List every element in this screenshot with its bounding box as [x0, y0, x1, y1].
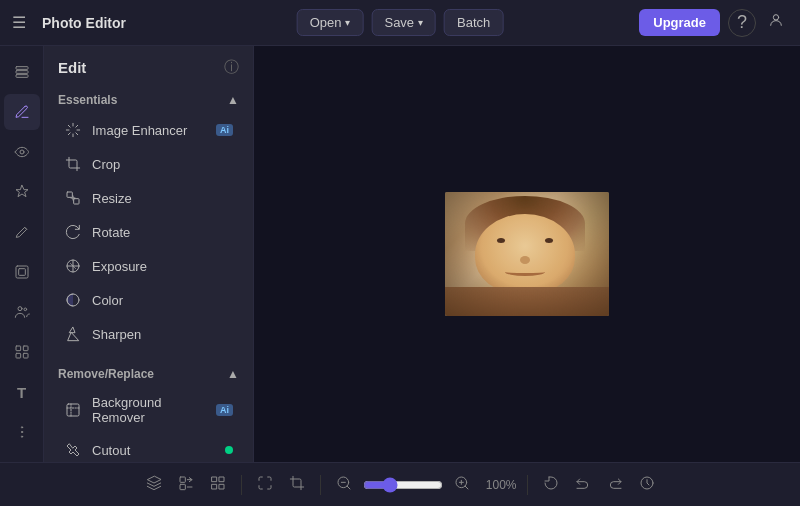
info-icon[interactable]: ⓘ — [224, 58, 239, 77]
svg-point-0 — [773, 15, 778, 20]
user-icon — [768, 12, 784, 32]
fit-button[interactable] — [252, 470, 278, 500]
sidebar-item-frames[interactable] — [4, 254, 40, 290]
svg-rect-5 — [16, 266, 28, 278]
remove-replace-section-header: Remove/Replace ▲ — [44, 359, 253, 387]
svg-rect-17 — [74, 199, 79, 204]
svg-rect-9 — [16, 346, 21, 351]
background-remover-icon — [64, 401, 82, 419]
tool-item-color[interactable]: Color — [50, 284, 247, 316]
ai-badge-background-remover: Ai — [216, 404, 233, 416]
svg-rect-3 — [16, 75, 28, 78]
history-button[interactable] — [634, 470, 660, 500]
tool-label-exposure: Exposure — [92, 259, 233, 274]
bottom-bar: 100% — [0, 462, 800, 506]
svg-rect-1 — [16, 67, 28, 70]
image-enhancer-icon — [64, 121, 82, 139]
svg-rect-27 — [212, 477, 217, 482]
tool-item-rotate[interactable]: Rotate — [50, 216, 247, 248]
svg-rect-20 — [67, 404, 79, 416]
resize-icon — [64, 189, 82, 207]
svg-point-15 — [21, 436, 22, 437]
essentials-section-title: Essentials — [58, 93, 117, 107]
main-layout: T Edit ⓘ Essentials ▲ Image Enhancer Ai — [0, 46, 800, 462]
sidebar-item-text[interactable]: T — [4, 374, 40, 410]
svg-rect-29 — [212, 484, 217, 489]
batch-button[interactable]: Batch — [444, 9, 503, 36]
menu-icon[interactable]: ☰ — [12, 13, 26, 32]
svg-rect-26 — [180, 484, 185, 489]
upgrade-button[interactable]: Upgrade — [639, 9, 720, 36]
rotate-icon — [64, 223, 82, 241]
svg-rect-16 — [67, 192, 72, 197]
tool-label-image-enhancer: Image Enhancer — [92, 123, 206, 138]
color-icon — [64, 291, 82, 309]
exposure-icon — [64, 257, 82, 275]
topbar-center-actions: Open ▾ Save ▾ Batch — [297, 9, 504, 36]
cutout-icon — [64, 441, 82, 459]
replace-button[interactable] — [173, 470, 199, 500]
sidebar-item-more[interactable] — [4, 414, 40, 450]
topbar: ☰ Photo Editor Open ▾ Save ▾ Batch Upgra… — [0, 0, 800, 46]
remove-replace-chevron[interactable]: ▲ — [227, 367, 239, 381]
layers-toggle-button[interactable] — [141, 470, 167, 500]
save-button[interactable]: Save ▾ — [371, 9, 436, 36]
user-button[interactable] — [764, 8, 788, 37]
sidebar-item-edit[interactable] — [4, 94, 40, 130]
panel-title: Edit — [58, 59, 86, 76]
open-button[interactable]: Open ▾ — [297, 9, 364, 36]
remove-replace-section-title: Remove/Replace — [58, 367, 154, 381]
sidebar-item-smart[interactable] — [4, 334, 40, 370]
sidebar-item-layers[interactable] — [4, 54, 40, 90]
tool-label-crop: Crop — [92, 157, 233, 172]
svg-rect-25 — [180, 477, 185, 482]
topbar-right: Upgrade ? — [639, 8, 788, 37]
zoom-slider[interactable] — [363, 477, 443, 493]
tool-label-cutout: Cutout — [92, 443, 215, 458]
sidebar-item-people[interactable] — [4, 294, 40, 330]
help-button[interactable]: ? — [728, 9, 756, 37]
separator-2 — [320, 475, 321, 495]
tool-item-background-remover[interactable]: Background Remover Ai — [50, 388, 247, 432]
sharpen-icon — [64, 325, 82, 343]
svg-rect-10 — [23, 346, 28, 351]
tool-label-rotate: Rotate — [92, 225, 233, 240]
panel-header: Edit ⓘ — [44, 46, 253, 85]
tool-item-sharpen[interactable]: Sharpen — [50, 318, 247, 350]
tool-item-resize[interactable]: Resize — [50, 182, 247, 214]
zoom-out-button[interactable] — [331, 470, 357, 500]
zoom-in-button[interactable] — [449, 470, 475, 500]
svg-point-14 — [21, 427, 22, 428]
redo-button[interactable] — [602, 470, 628, 500]
reset-button[interactable] — [538, 470, 564, 500]
essentials-chevron[interactable]: ▲ — [227, 93, 239, 107]
tool-label-color: Color — [92, 293, 233, 308]
sidebar-item-view[interactable] — [4, 134, 40, 170]
icon-sidebar: T — [0, 46, 44, 462]
tool-item-exposure[interactable]: Exposure — [50, 250, 247, 282]
tool-label-sharpen: Sharpen — [92, 327, 233, 342]
tool-label-resize: Resize — [92, 191, 233, 206]
dot-badge-cutout — [225, 446, 233, 454]
svg-point-7 — [18, 307, 22, 311]
tool-item-cutout[interactable]: Cutout — [50, 434, 247, 462]
crop-view-button[interactable] — [284, 470, 310, 500]
tool-item-crop[interactable]: Crop — [50, 148, 247, 180]
canvas-image — [445, 192, 609, 316]
app-title: Photo Editor — [42, 15, 126, 31]
svg-point-13 — [21, 431, 22, 432]
sidebar-item-draw[interactable] — [4, 214, 40, 250]
svg-rect-6 — [18, 269, 25, 276]
tool-item-image-enhancer[interactable]: Image Enhancer Ai — [50, 114, 247, 146]
svg-rect-2 — [16, 71, 28, 74]
sidebar-item-effects[interactable] — [4, 174, 40, 210]
canvas-area — [254, 46, 800, 462]
svg-rect-30 — [219, 484, 224, 489]
separator-3 — [527, 475, 528, 495]
ai-badge-image-enhancer: Ai — [216, 124, 233, 136]
grid-button[interactable] — [205, 470, 231, 500]
tool-panel: Edit ⓘ Essentials ▲ Image Enhancer Ai Cr… — [44, 46, 254, 462]
essentials-section-header: Essentials ▲ — [44, 85, 253, 113]
svg-marker-24 — [147, 476, 160, 483]
undo-button[interactable] — [570, 470, 596, 500]
